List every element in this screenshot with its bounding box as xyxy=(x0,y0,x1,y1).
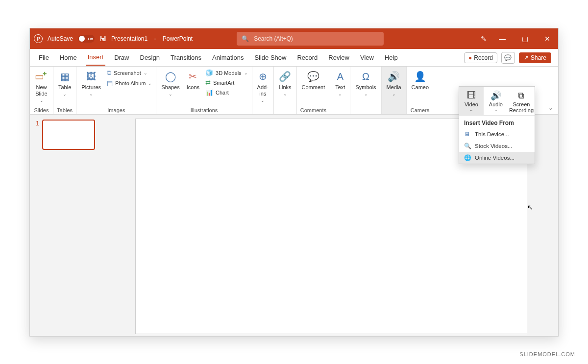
tab-draw[interactable]: Draw xyxy=(112,50,131,65)
tab-file[interactable]: File xyxy=(37,50,51,65)
3d-models-button[interactable]: 🧊3D Models ⌄ xyxy=(204,69,249,77)
search-icon: 🔍 xyxy=(242,35,249,42)
share-button[interactable]: ↗Share xyxy=(519,52,551,63)
table-icon: ▦ xyxy=(60,70,70,83)
search-placeholder: Search (Alt+Q) xyxy=(254,35,293,42)
group-camera: 👤Cameo Camera xyxy=(407,67,434,114)
dropdown-header: Insert Video From xyxy=(459,115,535,128)
group-links: 🔗Links⌄ xyxy=(274,67,297,114)
photo-album-icon: ▤ xyxy=(107,79,113,87)
group-symbols: ΩSymbols⌄ xyxy=(350,67,381,114)
photo-album-button[interactable]: ▤Photo Album ⌄ xyxy=(106,79,153,87)
app-name: PowerPoint xyxy=(163,35,193,42)
save-icon[interactable]: 🖫 xyxy=(99,35,106,43)
pen-icon[interactable]: ✎ xyxy=(481,35,487,43)
stock-icon: 🔍 xyxy=(464,143,471,149)
new-slide-button[interactable]: ▭✚ NewSlide⌄ xyxy=(33,69,50,104)
symbols-icon: Ω xyxy=(362,70,369,83)
tab-view[interactable]: View xyxy=(358,50,376,65)
smartart-icon: ⇄ xyxy=(205,79,211,86)
close-button[interactable]: ✕ xyxy=(540,35,554,43)
pictures-icon: 🖼 xyxy=(86,70,96,83)
addins-button[interactable]: ⊕Add-ins⌄ xyxy=(255,69,270,104)
autosave-label: AutoSave xyxy=(48,35,73,42)
video-icon: 🎞 xyxy=(467,90,476,101)
group-text: AText⌄ xyxy=(330,67,350,114)
title-bar: P AutoSave Off 🖫 Presentation1 - PowerPo… xyxy=(30,28,558,49)
chart-icon: 📊 xyxy=(205,89,213,96)
new-slide-icon: ▭✚ xyxy=(35,70,48,83)
text-button[interactable]: AText⌄ xyxy=(333,69,347,97)
group-tables: ▦ Table⌄ Tables xyxy=(53,67,76,114)
ribbon-collapse-button[interactable]: ⌄ xyxy=(548,104,553,111)
title-separator: - xyxy=(152,35,158,42)
comments-mini-button[interactable]: 💬 xyxy=(501,52,515,64)
tab-slideshow[interactable]: Slide Show xyxy=(252,50,288,65)
smartart-button[interactable]: ⇄SmartArt xyxy=(204,78,249,87)
group-addins: ⊕Add-ins⌄ xyxy=(252,67,274,114)
watermark: SLIDEMODEL.COM xyxy=(519,351,575,357)
group-slides: ▭✚ NewSlide⌄ Slides xyxy=(30,67,53,114)
stock-videos-item[interactable]: 🔍Stock Videos... xyxy=(459,140,535,152)
comment-button[interactable]: 💬Comment xyxy=(300,69,327,92)
table-button[interactable]: ▦ Table⌄ xyxy=(56,69,73,97)
speaker-icon: 🔊 xyxy=(388,70,400,83)
minimize-button[interactable]: — xyxy=(495,35,509,43)
online-videos-item[interactable]: 🌐Online Videos... xyxy=(459,152,535,164)
tab-design[interactable]: Design xyxy=(138,50,162,65)
shapes-icon: ◯ xyxy=(165,70,176,83)
search-field[interactable]: 🔍 Search (Alt+Q) xyxy=(237,32,384,46)
slide-thumbnails: 1 xyxy=(30,115,133,336)
cube-icon: 🧊 xyxy=(205,69,213,76)
record-button[interactable]: ●Record xyxy=(464,52,497,63)
link-icon: 🔗 xyxy=(279,70,291,83)
group-images: 🖼 Pictures⌄ ⧉Screenshot ⌄ ▤Photo Album ⌄… xyxy=(76,67,156,114)
document-name: Presentation1 xyxy=(111,35,147,42)
media-dropdown: 🎞 Video⌄ 🔊 Audio⌄ ⧉ ScreenRecording Inse… xyxy=(459,86,535,164)
cameo-icon: 👤 xyxy=(414,70,426,83)
chart-button[interactable]: 📊Chart xyxy=(204,88,249,97)
group-comments: 💬Comment Comments xyxy=(297,67,331,114)
tab-record[interactable]: Record xyxy=(295,50,319,65)
tab-home[interactable]: Home xyxy=(58,50,79,65)
screen-recording-icon: ⧉ xyxy=(518,90,524,101)
comment-icon: 💬 xyxy=(307,70,319,83)
device-icon: 🖥 xyxy=(464,131,471,138)
cameo-button[interactable]: 👤Cameo xyxy=(410,69,431,92)
tab-review[interactable]: Review xyxy=(326,50,351,65)
icons-button[interactable]: ✂Icons xyxy=(185,69,201,92)
screenshot-icon: ⧉ xyxy=(107,69,111,77)
text-icon: A xyxy=(337,70,343,83)
tab-help[interactable]: Help xyxy=(383,50,400,65)
group-media: 🔊Media⌄ xyxy=(382,67,407,114)
tab-transitions[interactable]: Transitions xyxy=(169,50,203,65)
group-illustrations: ◯Shapes⌄ ✂Icons 🧊3D Models ⌄ ⇄SmartArt 📊… xyxy=(156,67,252,114)
powerpoint-icon: P xyxy=(34,34,43,43)
audio-icon: 🔊 xyxy=(490,90,501,101)
audio-button[interactable]: 🔊 Audio⌄ xyxy=(484,87,508,115)
app-window: P AutoSave Off 🖫 Presentation1 - PowerPo… xyxy=(29,28,559,337)
screenshot-button[interactable]: ⧉Screenshot ⌄ xyxy=(106,69,153,77)
pictures-button[interactable]: 🖼 Pictures⌄ xyxy=(79,69,103,97)
links-button[interactable]: 🔗Links⌄ xyxy=(277,69,294,97)
slide-thumbnail-1[interactable] xyxy=(42,120,95,150)
icons-icon: ✂ xyxy=(189,70,197,83)
addins-icon: ⊕ xyxy=(259,70,267,83)
video-button[interactable]: 🎞 Video⌄ xyxy=(459,87,484,115)
screen-recording-button[interactable]: ⧉ ScreenRecording xyxy=(508,87,535,115)
tab-insert[interactable]: Insert xyxy=(86,49,106,66)
online-icon: 🌐 xyxy=(464,154,471,161)
share-icon: ↗ xyxy=(524,54,529,61)
slide-number: 1 xyxy=(36,120,39,331)
this-device-item[interactable]: 🖥This Device... xyxy=(459,128,535,140)
autosave-toggle[interactable]: Off xyxy=(78,35,95,43)
maximize-button[interactable]: ▢ xyxy=(518,35,532,43)
ribbon-tabs: File Home Insert Draw Design Transitions… xyxy=(30,49,558,67)
tab-animations[interactable]: Animations xyxy=(210,50,245,65)
shapes-button[interactable]: ◯Shapes⌄ xyxy=(159,69,181,97)
symbols-button[interactable]: ΩSymbols⌄ xyxy=(353,69,378,97)
media-button[interactable]: 🔊Media⌄ xyxy=(385,69,403,97)
